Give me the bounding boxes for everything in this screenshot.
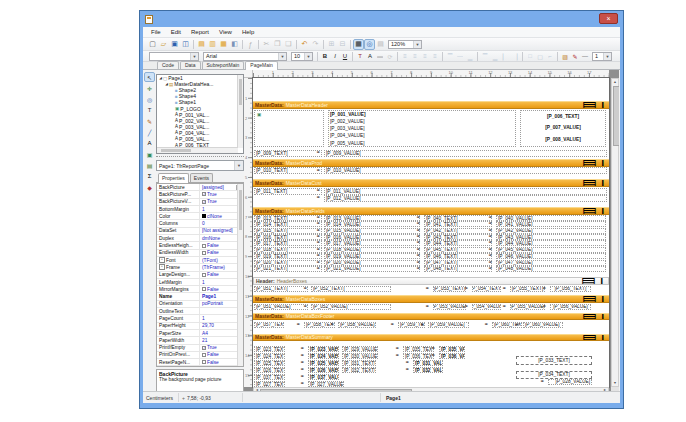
property-row-frame[interactable]: +Frame(TfrFrame) [157,264,243,271]
property-row-dataset[interactable]: DataSet[Not assigned] [157,228,243,235]
memo-object[interactable]: [P_052_TEXT] [311,286,391,293]
bottom-page-tab[interactable]: Page1 [386,393,401,403]
cut[interactable]: ✂ [261,39,272,50]
property-value[interactable]: 1 [200,366,243,367]
property-row-font[interactable]: +Font(TFont) [157,257,243,264]
property-row-endlesswidth[interactable]: EndlessWidthFalse [157,250,243,257]
resize-handle-icon[interactable]: ◂▸ [417,216,421,220]
memo-object[interactable]: [P_029_VALUE] [342,346,378,352]
frame-left[interactable]: ▏ [500,52,510,61]
memo-object[interactable]: [P_040_VALUE] [496,215,606,221]
undo[interactable]: ↶ [299,39,310,50]
memo-object[interactable]: [P_018_VALUE] [324,247,420,253]
memo-object[interactable]: [P_041_VALUE] [496,221,606,227]
resize-handle-icon[interactable]: ◂▸ [516,323,520,327]
menu-edit[interactable]: Edit [166,29,186,35]
resize-handle-icon[interactable]: ◂▸ [432,347,436,351]
memo-object[interactable]: [P_032_TEXT] [342,367,376,373]
property-row-pagecount[interactable]: PageCount1 [157,315,243,322]
checkbox-icon[interactable] [202,251,206,255]
memo-object[interactable]: [P_047_TEXT] [424,260,492,266]
inspector-tab-properties[interactable]: Properties [158,173,189,183]
resize-handle-icon[interactable]: ◂▸ [417,241,421,245]
valign-middle[interactable]: — [455,52,465,61]
memo-object[interactable]: [P_040_TEXT] [424,215,492,221]
bold-button[interactable]: B [320,52,330,61]
memo-object[interactable]: [P_017_VALUE] [324,240,420,246]
resize-handle-icon[interactable]: ◂▸ [417,229,421,233]
band-masterdataprod[interactable]: MasterData:MasterDataProd▤1 [253,159,609,167]
resize-handle-icon[interactable]: ◂▸ [335,361,339,365]
memo-object[interactable]: [P_041_TEXT] [424,221,492,227]
resize-handle-icon[interactable]: ◂▸ [317,229,321,233]
rotate-text[interactable]: ⟳ [385,52,395,61]
resize-handle-icon[interactable]: ◂▸ [543,305,547,309]
memo-object[interactable]: [P_016_VALUE] [324,234,420,240]
scroll-down-icon[interactable]: ▼ [612,380,618,386]
property-row-orientation[interactable]: OrientationpoPortrait [157,301,243,308]
resize-handle-icon[interactable]: ◂▸ [297,323,301,327]
property-row-bottommargin[interactable]: BottomMargin1 [157,206,243,213]
tree-horizontal-scrollbar[interactable] [157,147,238,153]
resize-handle-icon[interactable]: ◂▸ [489,222,493,226]
memo-object[interactable]: [P_024_TEXT] [254,353,285,359]
memo-object[interactable]: [P_014_VALUE] [324,221,420,227]
format-tool[interactable]: ✎ [144,116,155,126]
expand-icon[interactable]: + [159,264,165,270]
property-row-printifempty[interactable]: PrintIfEmpty✓True [157,345,243,352]
resize-handle-icon[interactable]: ◂▸ [417,235,421,239]
resize-handle-icon[interactable]: ◂▸ [417,254,421,258]
memo-object[interactable]: [P_013_VALUE] [324,215,420,221]
property-row-mirrormargins[interactable]: MirrorMarginsFalse [157,286,243,293]
property-row-duplex[interactable]: DuplexdmNone [157,235,243,242]
resize-handle-icon[interactable]: ◂▸ [304,287,308,291]
property-row-color[interactable]: ColorclNone [157,213,243,220]
object-selector-dropdown[interactable]: Page1: TfrReportPage ▼ [156,160,244,171]
memo-object[interactable]: [P_035_VALUE] [439,346,465,352]
resize-handle-icon[interactable]: ◂▸ [301,368,305,372]
checkbox-icon[interactable] [202,360,206,364]
save-report[interactable]: ▣ [169,39,180,50]
select-tool[interactable]: ↖ [144,72,155,82]
resize-handle-icon[interactable]: ◂▸ [317,216,321,220]
property-row-paperheight[interactable]: PaperHeight29,70 [157,323,243,330]
memo-object[interactable]: [P_060_VALUE] [523,322,563,329]
memo-object[interactable]: [P_044_TEXT] [424,240,492,246]
tab-pagemain[interactable]: PageMain [245,61,278,70]
underline-button[interactable]: U [340,52,350,61]
checkbox-icon[interactable]: ✓ [202,192,206,196]
zoom-level-combo[interactable]: 120%▼ [388,40,422,49]
valign-bottom[interactable]: ▁ [465,52,475,61]
chevron-down-icon[interactable]: ▼ [190,53,198,60]
resize-handle-icon[interactable]: ◂▸ [301,354,305,358]
menu-report[interactable]: Report [186,29,214,35]
resize-handle-icon[interactable]: ◂▸ [317,254,321,258]
frame-top[interactable]: ▔ [480,52,490,61]
memo-object[interactable]: [P_043_TEXT] [424,234,492,240]
chevron-down-icon[interactable]: ▼ [304,53,312,60]
checkbox-icon[interactable] [202,244,206,248]
resize-handle-icon[interactable]: ◂▸ [489,261,493,265]
band-masterdataboxes[interactable]: MasterData:MasterDataBoxes▤1 [253,295,609,303]
memo-object[interactable]: [P_047_VALUE] [496,260,606,266]
memo-object[interactable]: [P_036_VALUE] [439,353,465,359]
property-row-backpicturep[interactable]: BackPictureP...✓True [157,191,243,198]
memo-object[interactable]: [P_054_VALUE] [472,304,501,311]
band-masterdataboxfooter[interactable]: MasterData:MasterDataBoxFooter▤1 [253,313,609,321]
fill-color[interactable]: ▨ [560,52,570,61]
checkbox-icon[interactable] [202,287,206,291]
memo-object[interactable]: [P_036_TEXT] [403,353,434,359]
memo-object[interactable]: [P_043_VALUE] [496,234,606,240]
resize-handle-icon[interactable]: ◂▸ [489,241,493,245]
resize-handle-icon[interactable]: ◂▸ [331,323,335,327]
property-row-resetpagen[interactable]: ResetPageN...False [157,359,243,366]
remove-page[interactable]: ▦ [218,39,229,50]
memo-object[interactable]: [P_054_TEXT] [472,286,501,293]
memo-object[interactable]: [P_048_TEXT] [424,266,492,272]
property-row-leftmargin[interactable]: LeftMargin1 [157,279,243,286]
resize-handle-icon[interactable]: ◂▸ [317,189,321,193]
memo-object[interactable]: [P_045_VALUE] [496,247,606,253]
resize-handle-icon[interactable]: ◂▸ [465,305,469,309]
resize-handle-icon[interactable]: ◂▸ [317,235,321,239]
memo-object[interactable]: [P_025_TEXT] [254,360,285,366]
